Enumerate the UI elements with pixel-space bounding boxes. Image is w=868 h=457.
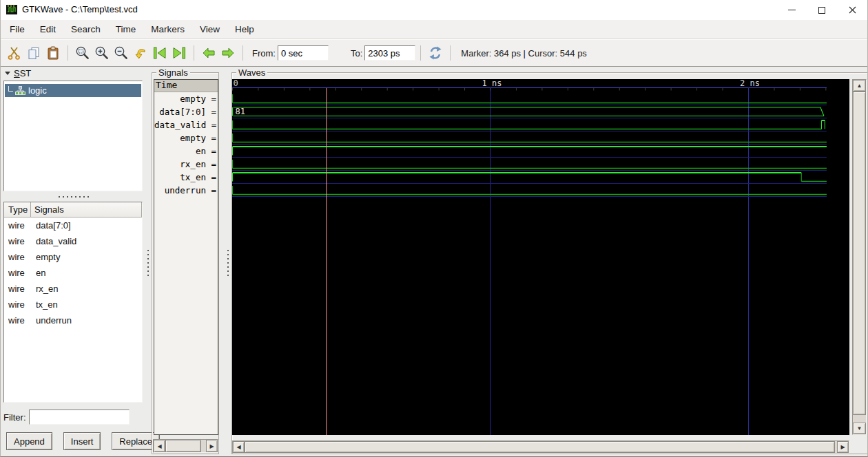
waves-frame-label: Waves — [236, 67, 267, 78]
signal-name[interactable]: empty = — [154, 131, 218, 145]
pane-resize-handle[interactable] — [145, 248, 149, 277]
wave-row-en — [233, 147, 827, 156]
signal-name[interactable]: en = — [154, 145, 218, 158]
close-icon — [849, 6, 856, 14]
wave-row-tx_en — [233, 173, 827, 182]
filter-input[interactable] — [29, 410, 130, 425]
table-row[interactable]: wireempty — [4, 249, 142, 265]
waves-h-scrollbar[interactable]: ◀ ▶ — [232, 440, 849, 454]
zoom-undo-icon — [133, 45, 148, 61]
gtkwave-window: GTKWave - C:\Temp\test.vcd File Edit Sea… — [0, 0, 868, 457]
signals-frame-label: Signals — [156, 67, 190, 78]
signal-browser-table: Type Signals wiredata[7:0] wiredata_vali… — [3, 202, 143, 403]
svg-text:1 ns: 1 ns — [482, 79, 502, 88]
svg-text:0: 0 — [234, 79, 238, 88]
hierarchy-icon — [15, 86, 25, 95]
menu-help[interactable]: Help — [227, 21, 262, 37]
cut-button[interactable] — [5, 43, 24, 63]
signal-name[interactable]: underrun = — [154, 184, 218, 197]
copy-button[interactable] — [24, 43, 43, 63]
zoom-out-icon — [114, 45, 129, 61]
signals-name-pane[interactable]: Time empty = data[7:0] = data_valid = em… — [154, 79, 218, 435]
scroll-up-button[interactable]: ▲ — [853, 80, 866, 92]
table-row[interactable]: wiredata_valid — [4, 233, 142, 249]
scrollbar-thumb[interactable] — [165, 440, 201, 452]
goto-end-icon — [171, 45, 187, 61]
paste-button[interactable] — [43, 43, 63, 63]
insert-button[interactable]: Insert — [63, 432, 101, 450]
goto-start-icon — [152, 45, 168, 61]
scrollbar-track[interactable] — [853, 415, 866, 423]
signal-name[interactable]: rx_en = — [154, 158, 218, 171]
menu-time[interactable]: Time — [108, 21, 144, 37]
tree-node-logic[interactable]: logic — [5, 84, 141, 97]
menu-markers[interactable]: Markers — [143, 21, 192, 37]
scroll-right-button[interactable]: ▶ — [206, 440, 218, 452]
append-button[interactable]: Append — [6, 432, 52, 450]
signal-name[interactable]: empty = — [154, 92, 218, 105]
signal-name[interactable]: tx_en = — [154, 171, 218, 184]
sst-tree[interactable]: logic — [3, 81, 143, 191]
toolbar-separator — [242, 45, 243, 61]
menu-file[interactable]: File — [2, 21, 32, 37]
scroll-left-button[interactable]: ◀ — [154, 440, 165, 452]
toolbar: From: To: Marker: 364 ps | Cursor: 544 p… — [1, 39, 867, 67]
signals-h-scrollbar[interactable]: ◀ ▶ — [153, 439, 218, 453]
minimize-button[interactable] — [776, 0, 807, 20]
wave-canvas[interactable]: 01 ns2 ns81 — [232, 79, 849, 435]
goto-start-button[interactable] — [150, 43, 169, 63]
maximize-button[interactable] — [807, 0, 837, 20]
scrollbar-track[interactable] — [201, 440, 206, 452]
wave-row-underrun — [233, 186, 827, 195]
table-row[interactable]: wiretx_en — [4, 297, 142, 312]
tree-branch-line — [8, 86, 13, 92]
menu-edit[interactable]: Edit — [32, 21, 63, 37]
wave-row-data_valid — [233, 120, 825, 129]
next-edge-button[interactable] — [218, 43, 238, 63]
row-separators — [232, 105, 827, 197]
table-row[interactable]: wiredata[7:0] — [4, 217, 142, 233]
scroll-down-button[interactable]: ▼ — [853, 423, 866, 434]
goto-end-button[interactable] — [169, 43, 189, 63]
zoom-out-button[interactable] — [112, 43, 131, 63]
column-header-type[interactable]: Type — [4, 202, 31, 217]
minimize-icon — [788, 10, 796, 10]
from-input[interactable] — [278, 45, 329, 61]
cut-icon — [7, 45, 22, 61]
menu-search[interactable]: Search — [63, 21, 108, 37]
to-label: To: — [351, 48, 362, 59]
table-row[interactable]: wireen — [4, 265, 142, 281]
app-icon — [6, 4, 17, 15]
window-title: GTKWave - C:\Temp\test.vcd — [22, 4, 138, 14]
zoom-undo-button[interactable] — [131, 43, 150, 63]
to-input[interactable] — [364, 45, 415, 61]
zoom-in-button[interactable] — [92, 43, 112, 63]
table-row[interactable]: wireunderrun — [4, 312, 142, 328]
from-label: From: — [252, 48, 276, 59]
sst-expander[interactable]: SST — [5, 68, 31, 78]
toolbar-separator — [420, 45, 421, 61]
wave-row-data[7:0]: 81 — [233, 107, 824, 116]
timeline-ruler: 01 ns2 ns — [232, 79, 827, 91]
title-bar[interactable]: GTKWave - C:\Temp\test.vcd — [1, 0, 867, 20]
zoom-fit-button[interactable] — [73, 43, 92, 63]
wave-row-empty — [233, 94, 827, 103]
signal-name[interactable]: data_valid = — [154, 118, 218, 131]
toolbar-separator — [450, 45, 451, 61]
column-header-signals[interactable]: Signals — [31, 202, 142, 217]
scroll-left-button[interactable]: ◀ — [233, 441, 245, 453]
signal-name[interactable]: data[7:0] = — [154, 105, 218, 118]
reload-button[interactable] — [426, 43, 445, 63]
pane-resize-handle[interactable] — [225, 248, 229, 277]
table-row[interactable]: wirerx_en — [4, 281, 142, 297]
prev-edge-button[interactable] — [199, 43, 218, 63]
scrollbar-thumb[interactable] — [853, 92, 866, 415]
pane-resize-handle[interactable] — [56, 193, 89, 198]
scroll-right-button[interactable]: ▶ — [837, 441, 849, 453]
menu-view[interactable]: View — [192, 21, 227, 37]
waves-v-scrollbar[interactable]: ▲ ▼ — [852, 79, 867, 435]
svg-text:2 ns: 2 ns — [740, 79, 760, 88]
close-button[interactable] — [837, 0, 867, 20]
scrollbar-thumb[interactable] — [245, 441, 835, 453]
menu-bar: File Edit Search Time Markers View Help — [1, 20, 867, 39]
